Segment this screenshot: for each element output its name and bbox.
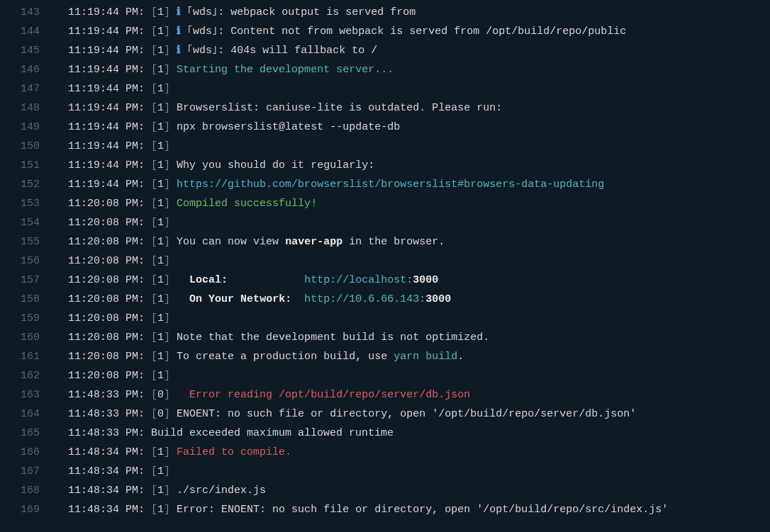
timestamp: 11:19:44 PM: — [68, 3, 145, 22]
line-number: 153 — [0, 194, 40, 213]
worker-id: [1] — [151, 213, 170, 232]
line-number: 165 — [0, 424, 40, 443]
log-line[interactable]: 16111:20:08 PM: [1] To create a producti… — [0, 347, 770, 366]
timestamp: 11:20:08 PM: — [68, 347, 145, 366]
log-text: Compiled successfully! — [170, 194, 317, 213]
line-number: 162 — [0, 366, 40, 385]
line-number: 143 — [0, 3, 40, 22]
log-line[interactable]: 15411:20:08 PM: [1] — [0, 213, 770, 232]
log-line[interactable]: 15111:19:44 PM: [1] Why you should do it… — [0, 156, 770, 175]
log-line[interactable]: 14911:19:44 PM: [1] npx browserslist@lat… — [0, 118, 770, 137]
timestamp: 11:19:44 PM: — [68, 60, 145, 79]
log-line[interactable]: 16211:20:08 PM: [1] — [0, 366, 770, 385]
log-line[interactable]: 15711:20:08 PM: [1] Local: http://localh… — [0, 271, 770, 290]
worker-id: [1] — [151, 194, 170, 213]
log-text: : 404s will fallback to / — [218, 41, 377, 60]
log-text: Build exceeded maximum allowed runtime — [151, 424, 394, 443]
worker-number: 0 — [157, 389, 164, 401]
log-line[interactable]: 16511:48:33 PM: Build exceeded maximum a… — [0, 424, 770, 443]
worker-id: [1] — [151, 175, 170, 194]
log-text: Error: ENOENT: no such file or directory… — [170, 500, 668, 519]
timestamp: 11:19:44 PM: — [68, 137, 145, 156]
log-text: https://github.com/browserslist/browsers… — [170, 175, 604, 194]
timestamp: 11:20:08 PM: — [68, 271, 145, 290]
log-text — [291, 290, 304, 309]
log-text: http://10.6.66.143: — [304, 290, 425, 309]
log-line[interactable]: 15911:20:08 PM: [1] — [0, 309, 770, 328]
timestamp: 11:19:44 PM: — [68, 22, 145, 41]
log-line[interactable]: 15611:20:08 PM: [1] — [0, 251, 770, 271]
log-text — [170, 41, 177, 60]
worker-number: 1 — [157, 217, 164, 229]
log-line[interactable]: 14511:19:44 PM: [1] ℹ ｢wds｣: 404s will f… — [0, 41, 770, 60]
worker-id: [1] — [151, 347, 170, 366]
line-number: 156 — [0, 251, 40, 271]
line-number: 154 — [0, 213, 40, 232]
line-number: 161 — [0, 347, 40, 366]
log-line[interactable]: 15511:20:08 PM: [1] You can now view nav… — [0, 232, 770, 251]
worker-number: 1 — [157, 274, 164, 286]
log-line[interactable]: 14811:19:44 PM: [1] Browserslist: canius… — [0, 98, 770, 118]
log-line[interactable]: 15311:20:08 PM: [1] Compiled successfull… — [0, 194, 770, 213]
line-number: 144 — [0, 22, 40, 41]
log-text — [228, 271, 304, 290]
log-text: Why you should do it regularly: — [170, 156, 374, 175]
worker-number: 1 — [157, 83, 164, 95]
timestamp: 11:19:44 PM: — [68, 41, 145, 60]
log-text: : webpack output is served from — [218, 3, 415, 22]
timestamp: 11:48:34 PM: — [68, 462, 145, 481]
worker-id: [1] — [151, 251, 170, 271]
worker-number: 1 — [157, 236, 164, 248]
log-text — [170, 3, 177, 22]
log-line[interactable]: 15211:19:44 PM: [1] https://github.com/b… — [0, 175, 770, 194]
log-text — [170, 290, 189, 309]
worker-number: 1 — [157, 504, 164, 516]
log-line[interactable]: 16611:48:34 PM: [1] Failed to compile. — [0, 443, 770, 462]
log-text: ｢wds｣ — [181, 3, 218, 22]
worker-id: [1] — [151, 309, 170, 328]
log-line[interactable]: 16011:20:08 PM: [1] Note that the develo… — [0, 328, 770, 347]
timestamp: 11:20:08 PM: — [68, 194, 145, 213]
log-text: Note that the development build is not o… — [170, 328, 489, 347]
worker-id: [1] — [151, 79, 170, 98]
line-number: 164 — [0, 404, 40, 424]
log-text: in the browser. — [342, 232, 445, 251]
log-line[interactable]: 16711:48:34 PM: [1] — [0, 462, 770, 481]
worker-id: [1] — [151, 22, 170, 41]
timestamp: 11:20:08 PM: — [68, 251, 145, 271]
line-number: 147 — [0, 79, 40, 98]
log-line[interactable]: 16911:48:34 PM: [1] Error: ENOENT: no su… — [0, 500, 770, 519]
worker-number: 1 — [157, 255, 164, 267]
log-text — [170, 22, 177, 41]
log-line[interactable]: 16811:48:34 PM: [1] ./src/index.js — [0, 481, 770, 500]
worker-number: 1 — [157, 140, 164, 152]
line-number: 151 — [0, 156, 40, 175]
worker-number: 1 — [157, 159, 164, 171]
timestamp: 11:48:34 PM: — [68, 500, 145, 519]
timestamp: 11:48:34 PM: — [68, 443, 145, 462]
worker-id: [1] — [151, 271, 170, 290]
log-text: Local: — [189, 271, 228, 290]
line-number: 145 — [0, 41, 40, 60]
log-line[interactable]: 14711:19:44 PM: [1] — [0, 79, 770, 98]
worker-id: [1] — [151, 98, 170, 118]
worker-number: 0 — [157, 408, 164, 420]
log-line[interactable]: 15811:20:08 PM: [1] On Your Network: htt… — [0, 290, 770, 309]
timestamp: 11:19:44 PM: — [68, 79, 145, 98]
log-line[interactable]: 16311:48:33 PM: [0] Error reading /opt/b… — [0, 385, 770, 404]
log-line[interactable]: 14311:19:44 PM: [1] ℹ ｢wds｣: webpack out… — [0, 3, 770, 22]
line-number: 157 — [0, 271, 40, 290]
log-text: yarn build — [394, 347, 457, 366]
timestamp: 11:20:08 PM: — [68, 309, 145, 328]
timestamp: 11:48:34 PM: — [68, 481, 145, 500]
log-line[interactable]: 15011:19:44 PM: [1] — [0, 137, 770, 156]
log-text: 3000 — [413, 271, 438, 290]
worker-number: 1 — [157, 6, 164, 18]
log-line[interactable]: 14611:19:44 PM: [1] Starting the develop… — [0, 60, 770, 79]
log-text: To create a production build, use — [170, 347, 394, 366]
log-text: : Content not from webpack is served fro… — [218, 22, 626, 41]
log-text: naver-app — [285, 232, 342, 251]
timestamp: 11:19:44 PM: — [68, 98, 145, 118]
log-line[interactable]: 14411:19:44 PM: [1] ℹ ｢wds｣: Content not… — [0, 22, 770, 41]
log-line[interactable]: 16411:48:33 PM: [0] ENOENT: no such file… — [0, 404, 770, 424]
